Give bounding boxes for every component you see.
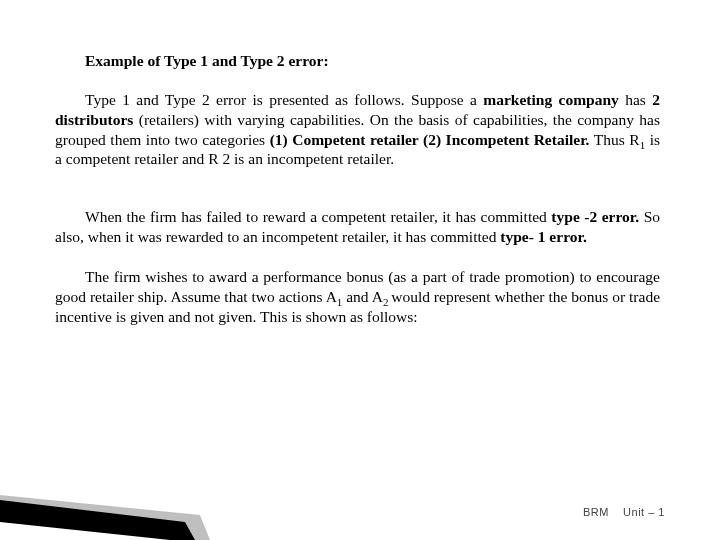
p3-subscript-a2: 2	[383, 296, 391, 308]
section-heading: Example of Type 1 and Type 2 error:	[85, 52, 660, 70]
paragraph-3: The firm wishes to award a performance b…	[55, 267, 660, 326]
p1-bold-categories: (1) Competent retailer (2) Incompetent R…	[270, 131, 590, 148]
p1-text-1: Type 1 and Type 2 error is presented as …	[85, 91, 483, 108]
p3-text-2: and A	[342, 288, 383, 305]
p2-bold-type1: type- 1 error.	[500, 228, 587, 245]
paragraph-2: When the firm has failed to reward a com…	[55, 207, 660, 247]
p2-bold-type2: type -2 error.	[551, 208, 639, 225]
document-page: Example of Type 1 and Type 2 error: Type…	[0, 0, 720, 540]
p1-bold-marketing-company: marketing company	[483, 91, 619, 108]
footer-unit: Unit – 1	[623, 506, 665, 518]
paragraph-1: Type 1 and Type 2 error is presented as …	[55, 90, 660, 169]
p1-text-2: has	[619, 91, 652, 108]
p2-text-1: When the firm has failed to reward a com…	[85, 208, 551, 225]
footer-brm: BRM	[583, 506, 609, 518]
footer: BRM Unit – 1	[583, 506, 665, 518]
p1-text-4: Thus R	[589, 131, 639, 148]
